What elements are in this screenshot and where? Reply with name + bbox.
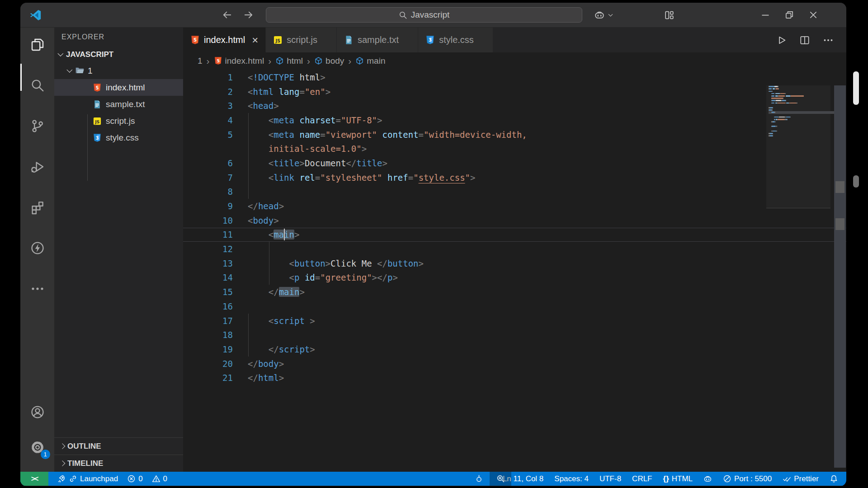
close-icon[interactable] xyxy=(808,10,818,20)
code-line-1[interactable]: 1<!DOCTYPE html> xyxy=(183,70,846,84)
breadcrumb-separator: › xyxy=(307,56,310,66)
search-text: Javascript xyxy=(411,10,450,20)
file-item-style.css[interactable]: 3style.css xyxy=(54,129,183,146)
status-language-mode[interactable]: {}HTML xyxy=(663,474,693,483)
status-copilot-status[interactable] xyxy=(703,474,712,483)
code-line-14[interactable]: 14 <p id="greeting"></p> xyxy=(183,271,846,285)
activitybar-run-and-debug[interactable] xyxy=(27,156,48,178)
status-zoom-control[interactable] xyxy=(490,472,511,486)
folder-item[interactable]: 1 xyxy=(54,62,183,79)
status-encoding[interactable]: UTF-8 xyxy=(599,474,621,483)
search-icon xyxy=(30,78,45,93)
copilot-menu[interactable] xyxy=(594,9,614,20)
tab-sample.txt[interactable]: sample.txt xyxy=(337,28,418,52)
more-actions-icon[interactable] xyxy=(823,35,834,46)
svg-text:5: 5 xyxy=(96,85,99,90)
toggle-panel-icon[interactable] xyxy=(709,10,720,20)
warning-triangle-icon xyxy=(152,474,160,483)
txtfile-icon xyxy=(93,100,102,109)
split-editor-icon[interactable] xyxy=(799,35,810,46)
minimap[interactable] xyxy=(769,85,828,137)
breadcrumb-item-html[interactable]: html xyxy=(275,56,303,66)
code-line-13[interactable]: 13 <button>Click Me </button> xyxy=(183,256,846,271)
copilot-icon xyxy=(594,9,605,20)
code-line-9[interactable]: 9</head> xyxy=(183,199,846,213)
code-line-19[interactable]: 19 </script> xyxy=(183,342,846,357)
code-line-7[interactable]: 7 <link rel="stylesheet" href="style.css… xyxy=(183,170,846,185)
activitybar-extensions[interactable] xyxy=(27,197,48,218)
remote-indicator[interactable]: >< xyxy=(20,472,48,486)
code-editor[interactable]: 1<!DOCTYPE html>2<html lang="en">3<head>… xyxy=(183,69,846,472)
activitybar-source-control[interactable] xyxy=(27,115,48,137)
status-errors[interactable]: 0 xyxy=(127,474,142,483)
code-line-16[interactable]: 16 xyxy=(183,299,846,314)
chevron-right-icon xyxy=(60,443,66,449)
activitybar-thunder-client[interactable] xyxy=(27,237,48,259)
tab-style.css[interactable]: 3style.css xyxy=(418,28,493,52)
explorer-title: EXPLORER xyxy=(61,33,104,41)
activitybar-settings[interactable]: 1 xyxy=(27,436,48,458)
status-indentation[interactable]: Spaces: 4 xyxy=(554,474,589,483)
code-line-3[interactable]: 3<head> xyxy=(183,99,846,113)
code-line-12[interactable]: 12 xyxy=(183,242,846,256)
titlebar: Javascript xyxy=(20,3,846,28)
code-line-18[interactable]: 18 xyxy=(183,328,846,342)
customize-layout-icon[interactable] xyxy=(664,10,675,20)
workspace-section[interactable]: JAVASCRIPT xyxy=(54,47,183,62)
tab-script.js[interactable]: JSscript.js xyxy=(266,28,337,52)
panel-timeline[interactable]: TIMELINE xyxy=(54,455,183,472)
toggle-sidebar-right-icon[interactable] xyxy=(732,10,742,20)
status-notifications[interactable] xyxy=(830,474,838,483)
breadcrumb-item-main[interactable]: main xyxy=(355,56,385,66)
editor-scrollbar[interactable] xyxy=(834,85,846,468)
breadcrumb-item-1[interactable]: 1 xyxy=(198,56,203,66)
code-line-20[interactable]: 20</body> xyxy=(183,357,846,371)
command-center-search[interactable]: Javascript xyxy=(266,7,582,23)
chevron-down-icon xyxy=(66,67,72,73)
code-line-5-wrap[interactable]: initial-scale=1.0"> xyxy=(183,141,846,156)
breadcrumb[interactable]: 1›5index.html›html›body›main xyxy=(183,52,846,69)
file-item-sample.txt[interactable]: sample.txt xyxy=(54,96,183,113)
activitybar-account[interactable] xyxy=(27,401,48,423)
menu-hamburger-icon[interactable] xyxy=(61,9,72,21)
restore-icon[interactable] xyxy=(784,10,794,20)
explorer-more-icon[interactable] xyxy=(167,33,176,42)
panel-outline[interactable]: OUTLINE xyxy=(54,437,183,455)
breadcrumb-separator: › xyxy=(348,56,351,66)
status-live-server-port[interactable]: Port : 5500 xyxy=(723,474,772,483)
status-eol[interactable]: CRLF xyxy=(632,474,652,483)
forward-icon[interactable] xyxy=(243,9,254,20)
code-line-11[interactable]: 11 <main> xyxy=(183,228,846,242)
code-line-21[interactable]: 21</html> xyxy=(183,371,846,385)
status-port-indicator[interactable] xyxy=(475,474,483,483)
breadcrumb-item-body[interactable]: body xyxy=(314,56,344,66)
close-tab-icon[interactable]: × xyxy=(252,35,258,46)
status-launchpad[interactable]: Launchpad xyxy=(57,474,118,483)
status-warnings[interactable]: 0 xyxy=(152,474,167,483)
txtfile-icon xyxy=(344,35,354,45)
code-line-8[interactable]: 8 xyxy=(183,185,846,199)
breadcrumb-separator: › xyxy=(207,56,210,66)
activitybar-search[interactable] xyxy=(27,75,48,96)
code-line-10[interactable]: 10<body> xyxy=(183,213,846,228)
editor-group: 5index.html×JSscript.jssample.txt3style.… xyxy=(183,28,846,472)
bell-icon xyxy=(830,474,838,483)
breadcrumb-item-index.html[interactable]: 5index.html xyxy=(214,56,264,66)
activitybar-explorer[interactable] xyxy=(27,34,48,56)
status-prettier[interactable]: Prettier xyxy=(783,474,819,483)
code-line-2[interactable]: 2<html lang="en"> xyxy=(183,84,846,99)
tab-index.html[interactable]: 5index.html× xyxy=(183,28,266,52)
code-line-6[interactable]: 6 <title>Document</title> xyxy=(183,156,846,170)
code-line-5[interactable]: 5 <meta name="viewport" content="width=d… xyxy=(183,127,846,142)
back-icon[interactable] xyxy=(222,9,232,20)
code-line-17[interactable]: 17 <script > xyxy=(183,314,846,328)
code-line-15[interactable]: 15 </main> xyxy=(183,285,846,299)
run-icon[interactable] xyxy=(776,35,787,46)
code-line-4[interactable]: 4 <meta charset="UTF-8"> xyxy=(183,113,846,127)
file-item-script.js[interactable]: JSscript.js xyxy=(54,113,183,129)
svg-text:3: 3 xyxy=(96,135,99,140)
file-item-index.html[interactable]: 5index.html xyxy=(54,79,183,96)
minimize-icon[interactable] xyxy=(760,10,770,20)
activitybar-more-views[interactable] xyxy=(27,278,48,300)
toggle-sidebar-left-icon[interactable] xyxy=(687,10,697,20)
